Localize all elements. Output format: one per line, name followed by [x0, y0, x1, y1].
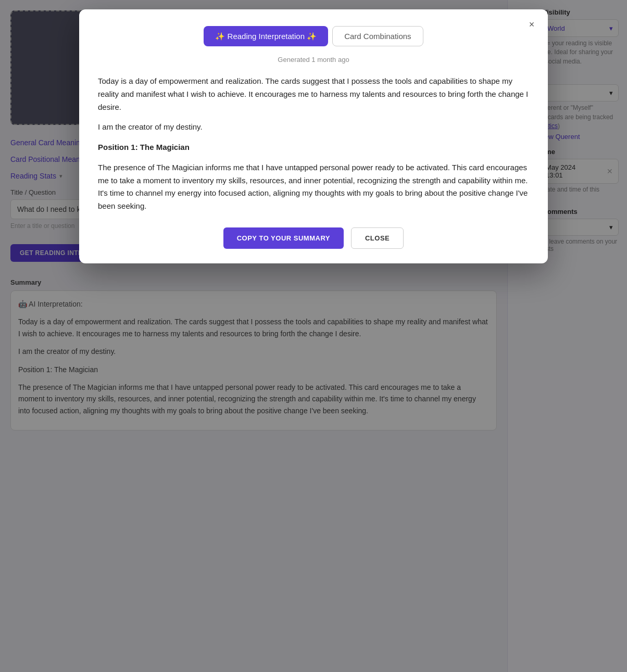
generated-text: Generated 1 month ago: [98, 56, 529, 64]
tab-reading-interpretation[interactable]: ✨ Reading Interpretation ✨: [204, 26, 328, 46]
modal-close-button[interactable]: ×: [524, 17, 540, 32]
modal-para2: I am the creator of my destiny.: [98, 121, 529, 134]
modal-body: Today is a day of empowerment and realiz…: [98, 75, 529, 213]
modal-para3: The presence of The Magician informs me …: [98, 161, 529, 213]
copy-to-summary-button[interactable]: COPY TO YOUR SUMMARY: [223, 227, 344, 249]
modal-tabs: ✨ Reading Interpretation ✨ Card Combinat…: [98, 26, 529, 46]
modal: × ✨ Reading Interpretation ✨ Card Combin…: [79, 9, 548, 263]
modal-para1: Today is a day of empowerment and realiz…: [98, 75, 529, 113]
modal-position-heading: Position 1: The Magician: [98, 141, 529, 154]
tab-card-combinations[interactable]: Card Combinations: [332, 26, 423, 46]
close-button[interactable]: CLOSE: [351, 227, 404, 249]
modal-overlay: × ✨ Reading Interpretation ✨ Card Combin…: [0, 0, 627, 672]
modal-actions: COPY TO YOUR SUMMARY CLOSE: [98, 227, 529, 249]
